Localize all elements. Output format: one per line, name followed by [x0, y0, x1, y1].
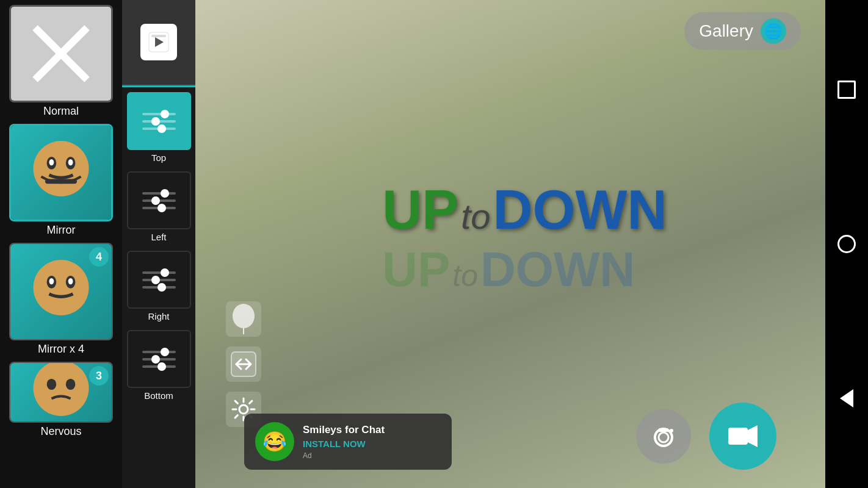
svg-point-6 [34, 260, 89, 315]
svg-marker-24 [748, 425, 758, 447]
flip-button[interactable] [226, 346, 261, 382]
nervous-badge: 3 [89, 366, 109, 386]
right-sliders-icon [137, 267, 181, 293]
circle-button[interactable] [835, 232, 858, 256]
bottom-adjust-label: Bottom [144, 390, 173, 401]
store-svg-icon [148, 31, 170, 53]
back-arrow-icon [840, 389, 853, 407]
up-text: UP [382, 179, 458, 242]
filter-normal-thumb [9, 5, 113, 102]
balloon-button[interactable] [226, 301, 261, 337]
filter-nervous-label: Nervous [40, 425, 81, 438]
ad-icon: 😂 [255, 422, 294, 461]
filter-mirror-x4[interactable]: 4 Mirror x 4 [8, 243, 115, 356]
top-adjust-label: Top [151, 152, 166, 163]
left-adjust-thumb [127, 171, 191, 229]
globe-icon: 🌐 [761, 18, 786, 44]
back-button[interactable] [835, 387, 858, 410]
mirror-face [11, 126, 111, 220]
top-sliders-icon [137, 108, 181, 135]
circle-icon [837, 235, 856, 253]
nervous-face: 3 [10, 363, 112, 422]
nervous-face-svg [21, 362, 101, 423]
adjustment-left[interactable]: Left [122, 167, 195, 246]
right-adjust-label: Right [148, 311, 169, 321]
svg-point-12 [47, 379, 57, 390]
video-icon [726, 419, 760, 453]
text-row-2: UP to DOWN [382, 242, 667, 298]
filter-mirror-x4-thumb: 4 [9, 243, 113, 340]
text-row-1: UP to DOWN [382, 179, 667, 242]
filter-normal[interactable]: Normal [8, 5, 115, 118]
filter-nervous[interactable]: 3 Nervous [8, 362, 115, 438]
to-text-2: to [452, 258, 478, 293]
ad-label: Ad [303, 451, 385, 460]
camera-text-overlay: UP to DOWN UP to DOWN [382, 179, 667, 298]
right-nav [825, 0, 868, 488]
gallery-button[interactable]: Gallery 🌐 [684, 12, 801, 50]
ad-content: Smileys for Chat INSTALL NOW Ad [303, 424, 385, 460]
flip-icon [230, 351, 257, 378]
right-adjust-thumb [127, 251, 191, 309]
svg-point-21 [659, 432, 668, 442]
svg-point-10 [68, 278, 73, 284]
filter-mirror-thumb [9, 124, 113, 221]
filter-normal-label: Normal [43, 105, 79, 118]
mirror-x4-face-svg [21, 252, 101, 331]
svg-point-22 [670, 429, 673, 432]
mirror-x4-face: 4 [10, 244, 112, 339]
left-adjust-label: Left [151, 232, 166, 242]
gallery-label: Gallery [699, 21, 753, 41]
adjustment-bottom[interactable]: Bottom [122, 325, 195, 404]
ad-install-button[interactable]: INSTALL NOW [303, 439, 385, 449]
svg-point-3 [49, 159, 54, 165]
x-icon [24, 17, 98, 90]
adjustment-top[interactable]: Top [122, 87, 195, 167]
filter-mirror[interactable]: Mirror [8, 124, 115, 237]
square-button[interactable] [835, 78, 858, 101]
camera-left-controls [226, 301, 261, 427]
store-button[interactable] [122, 0, 195, 85]
ad-banner[interactable]: 😂 Smileys for Chat INSTALL NOW Ad [244, 414, 452, 470]
filter-sidebar: Normal Mirror [0, 0, 122, 488]
adjustment-right[interactable]: Right [122, 246, 195, 325]
filter-mirror-x4-label: Mirror x 4 [38, 343, 84, 356]
ad-title: Smileys for Chat [303, 424, 385, 436]
store-icon [140, 24, 177, 60]
svg-point-9 [49, 278, 54, 284]
filter-nervous-thumb: 3 [9, 362, 113, 423]
svg-rect-16 [151, 35, 166, 37]
svg-rect-23 [728, 428, 748, 445]
svg-point-19 [239, 405, 248, 414]
left-sliders-icon [137, 187, 181, 214]
up-text-mirror: UP [382, 242, 450, 298]
bottom-adjust-thumb [127, 330, 191, 388]
bottom-sliders-icon [137, 346, 181, 373]
adjustment-panel: Top Left [122, 0, 195, 488]
to-text-1: to [461, 196, 490, 237]
top-adjust-thumb [127, 92, 191, 150]
svg-point-13 [66, 379, 76, 390]
down-text-2: DOWN [480, 242, 635, 298]
mirror-x4-badge: 4 [89, 247, 109, 267]
svg-point-17 [233, 304, 255, 328]
photo-capture-button[interactable] [636, 409, 691, 464]
filter-mirror-label: Mirror [47, 224, 76, 237]
svg-point-11 [34, 362, 89, 416]
camera-view: UP to DOWN UP to DOWN Gallery 🌐 [195, 0, 825, 488]
balloon-icon [231, 304, 256, 334]
square-icon [837, 81, 856, 99]
svg-point-0 [34, 141, 89, 196]
down-text-1: DOWN [493, 179, 667, 242]
mirror-face-svg [21, 133, 101, 212]
camera-icon [648, 421, 679, 451]
svg-point-4 [68, 159, 73, 165]
video-capture-button[interactable] [709, 403, 776, 470]
camera-background: UP to DOWN UP to DOWN Gallery 🌐 [195, 0, 825, 488]
camera-bottom-controls [636, 403, 776, 470]
